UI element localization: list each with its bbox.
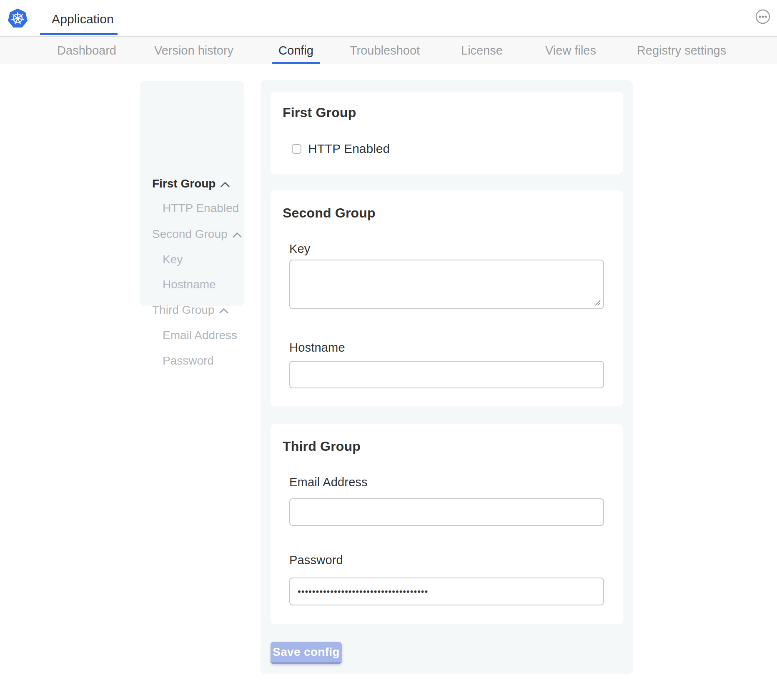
sidebar-item-password[interactable]: Password (163, 355, 214, 367)
top-bar: Application (0, 0, 777, 37)
tab-license[interactable]: License (461, 37, 503, 64)
save-config-button[interactable]: Save config (271, 642, 342, 664)
sidebar-item-hostname[interactable]: Hostname (163, 278, 216, 291)
sidebar-item-third-group[interactable]: Third Group (152, 304, 228, 316)
tab-registry-settings[interactable]: Registry settings (637, 37, 726, 64)
sidebar-item-first-group[interactable]: First Group (152, 178, 230, 190)
tab-troubleshoot[interactable]: Troubleshoot (350, 37, 420, 64)
tab-config[interactable]: Config (278, 37, 313, 64)
kubernetes-logo-icon (8, 8, 28, 29)
http-enabled-checkbox-row[interactable]: HTTP Enabled (292, 141, 390, 156)
config-sidebar: First Group HTTP Enabled Second Group Ke… (140, 81, 244, 306)
group-title: Third Group (283, 439, 361, 454)
email-address-input[interactable] (289, 498, 604, 526)
password-label: Password (289, 553, 343, 567)
resize-handle-icon[interactable] (594, 300, 601, 306)
tab-view-files[interactable]: View files (545, 37, 596, 64)
key-label: Key (289, 242, 311, 256)
key-textarea[interactable] (289, 260, 604, 309)
http-enabled-label: HTTP Enabled (308, 142, 390, 156)
tab-version-history[interactable]: Version history (154, 37, 233, 64)
sidebar-item-second-group[interactable]: Second Group (152, 228, 242, 240)
active-tab-underline (272, 62, 320, 64)
config-group-card-first: First Group HTTP Enabled (271, 92, 623, 174)
email-address-label: Email Address (289, 475, 368, 489)
config-group-card-third: Third Group Email Address Password •••••… (271, 424, 623, 624)
tab-dashboard[interactable]: Dashboard (57, 37, 116, 64)
chevron-up-icon (219, 303, 228, 317)
sidebar-item-key[interactable]: Key (163, 253, 183, 266)
app-title: Application (52, 12, 114, 26)
hostname-label: Hostname (289, 341, 345, 355)
config-form-panel: First Group HTTP Enabled Second Group Ke… (261, 80, 633, 674)
password-masked-value: •••••••••••••••••••••••••••••••••••• (298, 587, 428, 596)
app-tab-application[interactable]: Application (40, 0, 118, 37)
chevron-up-icon (221, 177, 230, 190)
sidebar-item-http-enabled[interactable]: HTTP Enabled (163, 202, 239, 215)
active-tab-underline (40, 33, 118, 35)
ellipsis-icon (755, 9, 770, 24)
http-enabled-checkbox[interactable] (292, 144, 301, 154)
overflow-menu-button[interactable] (755, 9, 770, 24)
password-input[interactable]: •••••••••••••••••••••••••••••••••••• (289, 578, 604, 605)
app-nav-bar: Dashboard Version history Config Trouble… (0, 37, 777, 64)
config-page: Application Dashboard Version history Co… (0, 0, 777, 700)
group-title: Second Group (283, 205, 376, 221)
group-title: First Group (283, 105, 356, 120)
config-group-card-second: Second Group Key Hostname (271, 190, 623, 406)
chevron-up-icon (233, 228, 242, 241)
hostname-input[interactable] (289, 361, 604, 388)
sidebar-item-email-address[interactable]: Email Address (163, 329, 237, 342)
